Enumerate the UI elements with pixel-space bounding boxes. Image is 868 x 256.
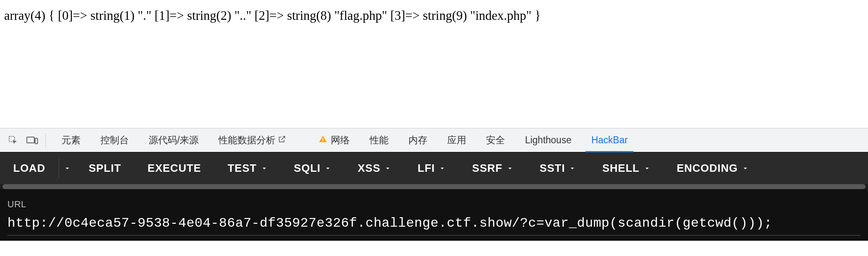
- chevron-down-icon: [644, 162, 650, 175]
- svg-rect-1: [27, 137, 34, 143]
- button-label: XSS: [358, 162, 380, 175]
- button-label: LOAD: [13, 162, 45, 175]
- tab-label: 网络: [331, 134, 350, 147]
- button-label: TEST: [228, 162, 256, 175]
- shell-dropdown[interactable]: SHELL: [589, 152, 663, 185]
- tab-label: HackBar: [591, 135, 628, 146]
- chevron-down-icon: [64, 165, 71, 172]
- url-input[interactable]: [7, 216, 861, 234]
- devtools-tabbar: 元素 控制台 源代码/来源 性能数据分析 网络 性能 内存 应用 安全: [0, 128, 868, 152]
- device-toolbar-icon[interactable]: [25, 133, 40, 148]
- tab-elements[interactable]: 元素: [52, 128, 90, 152]
- button-label: SHELL: [602, 162, 639, 175]
- tab-memory[interactable]: 内存: [398, 128, 437, 152]
- divider: [45, 133, 46, 147]
- tab-lighthouse[interactable]: Lighthouse: [515, 128, 581, 152]
- toolbar-scrollbar[interactable]: [2, 184, 866, 189]
- load-dropdown[interactable]: [59, 152, 76, 185]
- tab-console[interactable]: 控制台: [90, 128, 139, 152]
- tab-label: 源代码/来源: [149, 134, 199, 147]
- button-label: ENCODING: [677, 162, 738, 175]
- hackbar-body: URL: [0, 189, 868, 241]
- chevron-down-icon: [384, 162, 391, 175]
- chevron-down-icon: [569, 162, 576, 175]
- encoding-dropdown[interactable]: ENCODING: [664, 152, 762, 185]
- tab-label: 性能: [370, 134, 389, 147]
- tab-label: 控制台: [100, 134, 129, 147]
- sqli-dropdown[interactable]: SQLI: [281, 152, 345, 185]
- button-label: SPLIT: [89, 162, 121, 175]
- button-label: SQLI: [294, 162, 321, 175]
- chevron-down-icon: [261, 162, 268, 175]
- tab-label: 元素: [62, 134, 81, 147]
- input-underline: [7, 235, 861, 236]
- tab-application[interactable]: 应用: [437, 128, 476, 152]
- popout-icon: [278, 135, 286, 146]
- tab-label: 性能数据分析: [218, 134, 275, 147]
- tab-performance[interactable]: 性能: [360, 128, 398, 152]
- ssti-dropdown[interactable]: SSTI: [526, 152, 589, 185]
- tab-sources[interactable]: 源代码/来源: [139, 128, 209, 152]
- xss-dropdown[interactable]: XSS: [344, 152, 404, 185]
- inspect-element-icon[interactable]: [6, 133, 21, 148]
- svg-rect-4: [323, 140, 323, 141]
- chevron-down-icon: [439, 162, 446, 175]
- tab-label: Lighthouse: [525, 135, 572, 146]
- tab-label: 安全: [486, 134, 505, 147]
- chevron-down-icon: [507, 162, 513, 175]
- chevron-down-icon: [742, 162, 749, 175]
- execute-button[interactable]: EXECUTE: [134, 152, 214, 185]
- ssrf-dropdown[interactable]: SSRF: [459, 152, 526, 185]
- load-button[interactable]: LOAD: [0, 152, 59, 185]
- tab-label: 内存: [408, 134, 427, 147]
- tab-hackbar[interactable]: HackBar: [581, 128, 638, 152]
- hackbar-panel: LOAD SPLIT EXECUTE TEST SQLI XSS LFI: [0, 152, 868, 241]
- chevron-down-icon: [325, 162, 331, 175]
- button-label: SSRF: [472, 162, 502, 175]
- test-dropdown[interactable]: TEST: [214, 152, 280, 185]
- lfi-dropdown[interactable]: LFI: [404, 152, 459, 185]
- tab-performance-insights[interactable]: 性能数据分析: [209, 128, 296, 152]
- svg-rect-2: [35, 138, 38, 144]
- page-output: array(4) { [0]=> string(1) "." [1]=> str…: [0, 0, 868, 128]
- tab-network[interactable]: 网络: [308, 128, 360, 152]
- hackbar-toolbar: LOAD SPLIT EXECUTE TEST SQLI XSS LFI: [0, 152, 868, 184]
- svg-rect-3: [323, 138, 323, 140]
- split-button[interactable]: SPLIT: [76, 152, 135, 185]
- php-output-text: array(4) { [0]=> string(1) "." [1]=> str…: [4, 8, 541, 23]
- tab-label: 应用: [447, 134, 466, 147]
- tab-security[interactable]: 安全: [476, 128, 515, 152]
- button-label: SSTI: [540, 162, 565, 175]
- url-label: URL: [7, 199, 861, 210]
- button-label: LFI: [417, 162, 435, 175]
- warning-icon: [318, 135, 327, 146]
- button-label: EXECUTE: [147, 162, 201, 175]
